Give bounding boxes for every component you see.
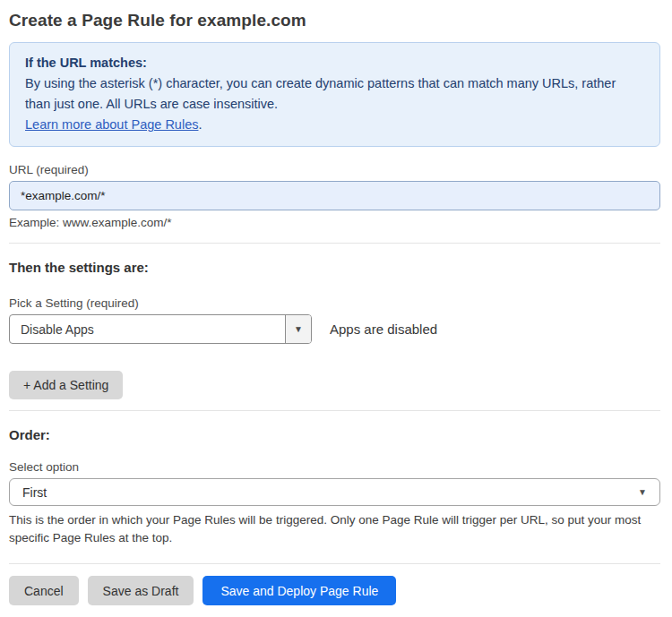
url-match-info-box: If the URL matches: By using the asteris… <box>9 42 660 147</box>
divider <box>9 243 660 244</box>
pick-setting-label: Pick a Setting (required) <box>9 296 660 310</box>
url-example-helper: Example: www.example.com/* <box>9 216 660 229</box>
order-helper-text: This is the order in which your Page Rul… <box>9 511 660 547</box>
url-input[interactable] <box>9 181 660 210</box>
caret-down-icon[interactable]: ▼ <box>285 315 311 343</box>
page-rule-form: Create a Page Rule for example.com If th… <box>0 11 672 605</box>
divider <box>9 563 660 564</box>
setting-dropdown-value: Disable Apps <box>10 315 285 343</box>
learn-more-link[interactable]: Learn more about Page Rules <box>25 117 198 132</box>
order-select[interactable]: First ▼ <box>9 478 660 506</box>
page-title: Create a Page Rule for example.com <box>9 11 660 30</box>
setting-dropdown[interactable]: Disable Apps ▼ <box>9 314 312 344</box>
divider <box>9 410 660 411</box>
url-field-label: URL (required) <box>9 163 660 176</box>
cancel-button[interactable]: Cancel <box>9 576 79 605</box>
order-section-heading: Order: <box>9 427 660 442</box>
footer-actions: Cancel Save as Draft Save and Deploy Pag… <box>9 576 660 605</box>
info-box-heading: If the URL matches: <box>25 53 644 73</box>
save-as-draft-button[interactable]: Save as Draft <box>88 576 194 605</box>
order-select-label: Select option <box>9 460 660 474</box>
link-suffix: . <box>198 117 202 132</box>
setting-row: Disable Apps ▼ Apps are disabled <box>9 314 660 344</box>
order-select-value: First <box>22 485 47 500</box>
caret-down-icon: ▼ <box>638 487 647 497</box>
save-and-deploy-button[interactable]: Save and Deploy Page Rule <box>202 576 396 605</box>
info-box-link-line: Learn more about Page Rules. <box>25 115 644 135</box>
setting-status-text: Apps are disabled <box>330 321 437 337</box>
add-setting-button[interactable]: + Add a Setting <box>9 371 123 399</box>
settings-section-heading: Then the settings are: <box>9 260 660 275</box>
info-box-body: By using the asterisk (*) character, you… <box>25 73 644 115</box>
